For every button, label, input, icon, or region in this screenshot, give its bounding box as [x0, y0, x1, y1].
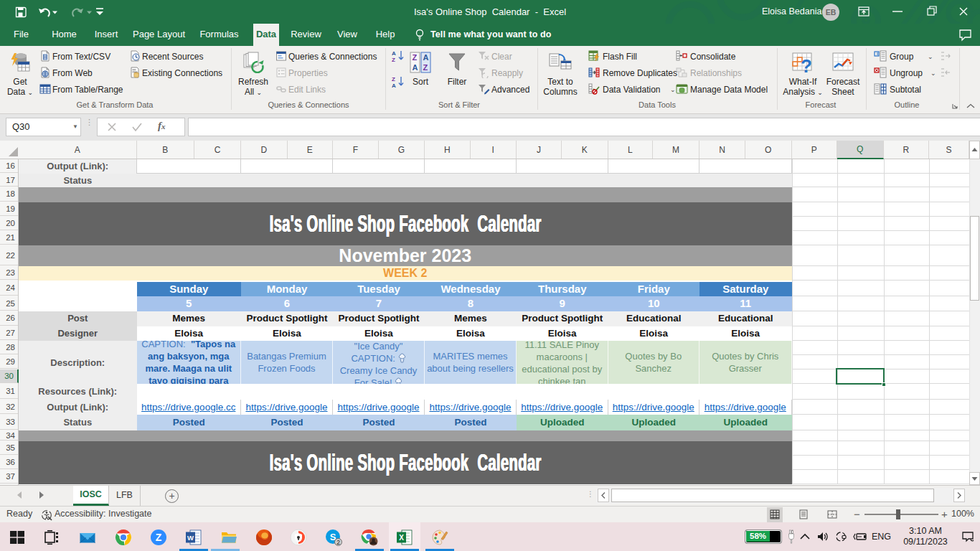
- svg-text:A: A: [413, 63, 418, 72]
- svg-text:W: W: [187, 534, 194, 542]
- svg-text:A: A: [392, 50, 396, 57]
- svg-text:Z: Z: [413, 53, 418, 62]
- svg-text:Z: Z: [156, 532, 162, 543]
- svg-text:A: A: [392, 83, 396, 88]
- svg-text:Z: Z: [392, 76, 395, 83]
- svg-text:Z: Z: [392, 57, 395, 62]
- svg-text:2: 2: [336, 539, 340, 546]
- svg-text:A: A: [423, 53, 429, 62]
- svg-text:Z: Z: [423, 63, 428, 72]
- svg-text:?: ?: [801, 55, 812, 73]
- svg-text:X: X: [399, 534, 404, 542]
